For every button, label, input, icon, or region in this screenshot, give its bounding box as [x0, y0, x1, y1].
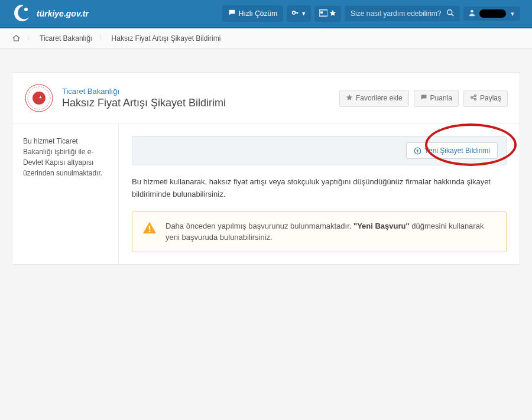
breadcrumb: 〉 Ticaret Bakanlığı 〉 Haksız Fiyat Artış…	[0, 28, 532, 48]
rate-button[interactable]: Puanla	[414, 90, 459, 107]
chat-icon	[228, 9, 236, 18]
svg-point-9	[471, 96, 472, 98]
user-icon	[468, 9, 476, 18]
share-button[interactable]: Paylaş	[463, 90, 508, 107]
site-header: türkiye.gov.tr Hızlı Çözüm ▼ ▼	[0, 0, 532, 28]
info-alert: Daha önceden yapılmış başvurunuz bulunma…	[132, 211, 507, 252]
svg-point-1	[293, 11, 296, 14]
new-complaint-label: Yeni Şikayet Bildirimi	[424, 146, 490, 155]
alert-text-bold: "Yeni Başvuru"	[353, 222, 410, 230]
svg-point-8	[33, 92, 46, 105]
add-favorite-button[interactable]: Favorilere ekle	[339, 90, 409, 107]
ministry-logo-icon	[24, 83, 54, 113]
breadcrumb-current: Haksız Fiyat Artışı Şikayet Bildirimi	[112, 34, 221, 43]
breadcrumb-separator: 〉	[27, 33, 34, 43]
card-body: Bu hizmet Ticaret Bakanlığı işbirliği il…	[12, 124, 520, 264]
key-menu-button[interactable]: ▼	[287, 5, 311, 22]
svg-rect-14	[149, 230, 150, 232]
main-panel: Yeni Şikayet Bildirimi Bu hizmeti kullan…	[119, 124, 520, 264]
card-title-group: Ticaret Bakanlığı Haksız Fiyat Artışı Şi…	[62, 87, 339, 109]
service-card: Ticaret Bakanlığı Haksız Fiyat Artışı Şi…	[12, 72, 520, 265]
star-icon	[329, 9, 336, 18]
key-icon	[291, 9, 299, 18]
share-icon	[470, 94, 477, 103]
quick-solution-label: Hızlı Çözüm	[239, 9, 277, 18]
breadcrumb-ministry[interactable]: Ticaret Bakanlığı	[40, 34, 93, 43]
toolbar: Yeni Şikayet Bildirimi	[132, 136, 507, 165]
breadcrumb-home[interactable]	[12, 34, 21, 43]
alert-text-before: Daha önceden yapılmış başvurunuz bulunma…	[166, 222, 353, 230]
star-icon	[346, 94, 353, 103]
svg-point-0	[24, 8, 28, 11]
plus-circle-icon	[414, 147, 421, 155]
search-input[interactable]	[351, 9, 444, 18]
user-menu-button[interactable]: ▼	[463, 6, 520, 21]
search-icon	[446, 9, 454, 18]
svg-point-11	[474, 98, 476, 100]
svg-rect-3	[320, 11, 323, 14]
breadcrumb-separator: 〉	[99, 33, 106, 43]
favorites-menu-button[interactable]	[314, 6, 341, 22]
page-content: Ticaret Bakanlığı Haksız Fiyat Artışı Şi…	[6, 72, 526, 265]
svg-point-10	[474, 95, 476, 96]
warning-icon	[142, 220, 157, 243]
card-header: Ticaret Bakanlığı Haksız Fiyat Artışı Şi…	[12, 73, 520, 124]
svg-point-4	[447, 10, 452, 15]
sidebar-text: Bu hizmet Ticaret Bakanlığı işbirliği il…	[23, 137, 102, 177]
add-favorite-label: Favorilere ekle	[356, 94, 403, 102]
sidebar-info: Bu hizmet Ticaret Bakanlığı işbirliği il…	[12, 124, 119, 264]
card-actions: Favorilere ekle Puanla Paylaş	[339, 90, 508, 107]
new-complaint-button[interactable]: Yeni Şikayet Bildirimi	[406, 142, 498, 159]
user-name-redacted	[479, 9, 506, 18]
share-label: Paylaş	[480, 94, 501, 102]
card-icon	[319, 9, 327, 18]
site-name: türkiye.gov.tr	[37, 9, 89, 18]
svg-rect-13	[149, 226, 150, 230]
search-box[interactable]	[345, 6, 460, 21]
comment-icon	[420, 94, 427, 103]
site-logo[interactable]: türkiye.gov.tr	[12, 3, 89, 24]
card-title: Haksız Fiyat Artışı Şikayet Bildirimi	[62, 97, 339, 109]
chevron-down-icon: ▼	[510, 11, 515, 17]
svg-point-5	[471, 10, 473, 13]
card-subtitle: Ticaret Bakanlığı	[62, 87, 339, 96]
chevron-down-icon: ▼	[301, 11, 306, 17]
alert-text: Daha önceden yapılmış başvurunuz bulunma…	[166, 220, 497, 243]
service-description: Bu hizmeti kullanarak, haksız fiyat artı…	[132, 176, 507, 201]
quick-solution-button[interactable]: Hızlı Çözüm	[222, 5, 283, 22]
rate-label: Puanla	[430, 94, 452, 102]
logo-swirl-icon	[12, 3, 33, 24]
